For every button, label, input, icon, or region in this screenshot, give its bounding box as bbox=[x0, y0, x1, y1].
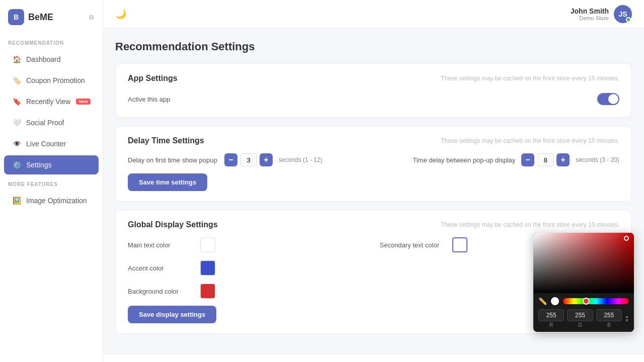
sidebar-item-label: Live Counter bbox=[26, 140, 66, 148]
picker-top-row: ✏️ bbox=[538, 297, 629, 305]
page-title: Recommendation Settings bbox=[115, 40, 632, 53]
sidebar-item-label: Settings bbox=[26, 161, 52, 169]
save-time-settings-button[interactable]: Save time settings bbox=[128, 173, 207, 191]
app-cache-note: These settings may be cached on the fron… bbox=[441, 75, 619, 82]
accent-color-swatch[interactable] bbox=[200, 260, 215, 276]
sidebar-item-social[interactable]: 🤍 Social Proof bbox=[4, 113, 99, 132]
hue-slider[interactable] bbox=[563, 298, 629, 304]
app-settings-card: App Settings These settings may be cache… bbox=[115, 63, 632, 118]
g-input[interactable] bbox=[567, 309, 593, 321]
first-value: 3 bbox=[240, 153, 257, 166]
sidebar: B BeME ⚙ RECOMMENDATION 🏠 Dashboard 🏷️ C… bbox=[0, 0, 103, 362]
sidebar-item-coupon[interactable]: 🏷️ Coupon Promotion bbox=[4, 71, 99, 90]
main-text-color-label: Main text color bbox=[128, 241, 193, 249]
b-label: B bbox=[596, 322, 622, 328]
heart-icon: 🤍 bbox=[12, 118, 21, 127]
white-dot bbox=[551, 297, 559, 305]
sidebar-item-live[interactable]: 👁️ Live Counter bbox=[4, 134, 99, 153]
cog-icon: ⚙️ bbox=[12, 160, 21, 169]
avatar-initials: JS bbox=[618, 10, 627, 18]
bg-color-label: Background color bbox=[128, 288, 193, 295]
main-text-color-swatch[interactable] bbox=[200, 237, 215, 252]
accent-color-label: Accent color bbox=[128, 264, 193, 272]
b-input[interactable] bbox=[596, 309, 622, 321]
toggle-knob bbox=[608, 94, 618, 104]
second-delay-label: Time delay between pop-up display bbox=[413, 156, 515, 164]
first-increment-button[interactable]: + bbox=[260, 153, 273, 166]
footer: COPYRIGHT © 2021 BeME, All rights Reserv… bbox=[103, 354, 644, 362]
color-picker-popup: ✏️ R G B ▲ ▼ bbox=[533, 233, 634, 332]
first-counter: − 3 + bbox=[224, 153, 273, 166]
delay-settings-card: Delay Time Settings These settings may b… bbox=[115, 126, 632, 202]
sidebar-item-label: Dashboard bbox=[26, 55, 61, 63]
secondary-text-color-swatch[interactable] bbox=[452, 237, 467, 252]
sidebar-item-settings[interactable]: ⚙️ Settings bbox=[4, 155, 99, 174]
delay-controls-row: Delay on first time show popup − 3 + sec… bbox=[128, 153, 619, 166]
user-text: John Smith Demo Store bbox=[571, 7, 609, 21]
image-icon: 🖼️ bbox=[12, 196, 21, 205]
second-increment-button[interactable]: + bbox=[556, 153, 570, 166]
logo-text: BeME bbox=[28, 12, 53, 23]
first-range-label: seconds (1 - 12) bbox=[279, 156, 323, 163]
rgb-inputs: R G B ▲ ▼ bbox=[538, 309, 629, 328]
display-settings-header: Global Display Settings These settings m… bbox=[128, 220, 619, 229]
second-decrement-button[interactable]: − bbox=[521, 153, 534, 166]
sidebar-item-image[interactable]: 🖼️ Image Optimization bbox=[4, 191, 99, 210]
r-label: R bbox=[538, 322, 564, 328]
eyedropper-icon[interactable]: ✏️ bbox=[538, 297, 547, 305]
first-delay-label: Delay on first time show popup bbox=[128, 156, 218, 164]
active-toggle[interactable] bbox=[597, 93, 619, 105]
sidebar-item-label: Recently View bbox=[26, 98, 70, 106]
color-gradient-canvas[interactable] bbox=[533, 233, 634, 293]
topbar: 🌙 John Smith Demo Store JS bbox=[103, 0, 644, 28]
user-name: John Smith bbox=[571, 7, 609, 15]
accent-color-row: Accent color bbox=[128, 260, 368, 276]
first-decrement-button[interactable]: − bbox=[224, 153, 237, 166]
bg-color-swatch[interactable] bbox=[200, 284, 215, 299]
new-badge: New bbox=[76, 99, 91, 105]
g-label: G bbox=[567, 322, 593, 328]
sidebar-item-label: Image Optimization bbox=[26, 197, 87, 205]
sidebar-item-label: Social Proof bbox=[26, 119, 64, 127]
save-display-settings-button[interactable]: Save display settings bbox=[128, 306, 216, 323]
delay-settings-header: Delay Time Settings These settings may b… bbox=[128, 136, 619, 145]
second-range-label: seconds (3 - 20) bbox=[576, 156, 619, 163]
bg-color-row: Background color bbox=[128, 284, 368, 299]
logo: B BeME ⚙ bbox=[0, 0, 103, 34]
active-label: Active this app bbox=[128, 96, 171, 103]
active-toggle-row: Active this app bbox=[128, 91, 619, 107]
sidebar-item-recently[interactable]: 🔖 Recently View New bbox=[4, 92, 99, 111]
second-counter: − 8 + bbox=[521, 153, 570, 166]
home-icon: 🏠 bbox=[12, 55, 21, 64]
hue-thumb[interactable] bbox=[583, 298, 590, 305]
delay-cache-note: These settings may be cached on the fron… bbox=[441, 137, 619, 144]
g-input-wrap: G bbox=[567, 309, 593, 328]
user-info: John Smith Demo Store JS bbox=[571, 5, 632, 23]
eye-icon: 👁️ bbox=[12, 139, 21, 148]
gradient-cursor[interactable] bbox=[624, 236, 629, 241]
b-input-wrap: B bbox=[596, 309, 622, 328]
bookmark-icon: 🔖 bbox=[12, 97, 21, 106]
dark-mode-icon[interactable]: 🌙 bbox=[115, 9, 126, 20]
online-indicator bbox=[626, 17, 631, 22]
app-settings-title: App Settings bbox=[128, 74, 178, 83]
app-settings-header: App Settings These settings may be cache… bbox=[128, 74, 619, 83]
r-input-wrap: R bbox=[538, 309, 564, 328]
rgb-arrows[interactable]: ▲ ▼ bbox=[625, 309, 629, 328]
logo-icon: B bbox=[8, 9, 24, 25]
display-cache-note: These settings may be cached on the fron… bbox=[441, 221, 619, 228]
sidebar-item-dashboard[interactable]: 🏠 Dashboard bbox=[4, 50, 99, 69]
picker-controls: ✏️ R G B ▲ ▼ bbox=[533, 293, 634, 332]
sidebar-item-label: Coupon Promotion bbox=[26, 76, 85, 84]
recommendation-section-label: RECOMMENDATION bbox=[0, 34, 103, 49]
delay-settings-title: Delay Time Settings bbox=[128, 136, 204, 145]
settings-gear-icon[interactable]: ⚙ bbox=[89, 14, 95, 21]
more-features-section-label: MORE FEATURES bbox=[0, 175, 103, 190]
avatar[interactable]: JS bbox=[614, 5, 632, 23]
r-input[interactable] bbox=[538, 309, 564, 321]
display-settings-title: Global Display Settings bbox=[128, 220, 218, 229]
second-value: 8 bbox=[537, 153, 553, 166]
down-arrow-icon[interactable]: ▼ bbox=[625, 319, 629, 323]
user-store: Demo Store bbox=[571, 15, 609, 21]
main-text-color-row: Main text color bbox=[128, 237, 368, 252]
